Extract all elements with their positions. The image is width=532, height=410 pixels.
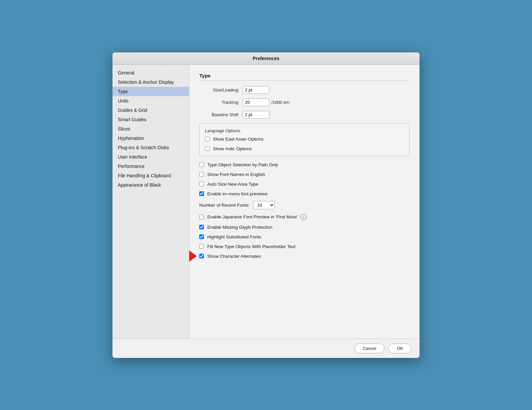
sidebar-item-plugins-scratch[interactable]: Plug-ins & Scratch Disks [112,143,189,152]
ok-button[interactable]: OK [388,344,412,353]
highlight-substituted-row: Highlight Substituted Fonts [199,234,410,239]
missing-glyph-row: Enable Missing Glyph Protection [199,225,410,230]
dialog-title: Preferences [253,56,279,61]
auto-size-checkbox[interactable] [199,182,204,186]
sidebar-item-smart-guides[interactable]: Smart Guides [112,115,189,124]
sidebar-item-hyphenation[interactable]: Hyphenation [112,134,189,143]
sidebar: General Selection & Anchor Display Type … [112,65,189,339]
tracking-row: Tracking: /1000 em [199,98,410,106]
show-char-alternates-label[interactable]: Show Character Alternates [207,254,261,259]
enable-font-previews-checkbox[interactable] [199,191,204,196]
auto-size-row: Auto Size New Area Type [199,182,410,187]
sidebar-item-guides-grid[interactable]: Guides & Grid [112,106,189,115]
language-options-box: Language Options Show East Asian Options… [199,123,410,156]
sidebar-item-user-interface[interactable]: User Interface [112,152,189,162]
missing-glyph-checkbox[interactable] [199,225,204,229]
sidebar-item-type[interactable]: Type [112,87,189,96]
size-leading-row: Size/Leading: [199,86,410,94]
show-char-alternates-row: Show Character Alternates [199,254,261,259]
language-options-title: Language Options [205,128,404,133]
fill-placeholder-label[interactable]: Fill New Type Objects With Placeholder T… [207,244,295,249]
recent-fonts-select[interactable]: 5 10 15 20 [253,201,275,209]
show-char-alternates-checkbox[interactable] [199,254,204,258]
show-east-asian-label[interactable]: Show East Asian Options [213,137,264,142]
show-indic-checkbox[interactable] [205,146,210,151]
type-object-selection-row: Type Object Selection by Path Only [199,162,410,167]
dialog-footer: Cancel OK [112,339,420,358]
dialog-title-bar: Preferences [112,52,420,65]
section-title: Type [199,73,410,81]
dialog-body: General Selection & Anchor Display Type … [112,65,420,339]
baseline-shift-row: Baseline Shift: [199,111,410,119]
highlight-substituted-label[interactable]: Highlight Substituted Fonts [207,234,261,239]
enable-japanese-preview-checkbox[interactable] [199,215,204,219]
baseline-shift-label: Baseline Shift: [199,112,239,117]
recent-fonts-label: Number of Recent Fonts: [199,203,250,208]
show-font-names-label[interactable]: Show Font Names in English [207,172,265,177]
tracking-label: Tracking: [199,100,239,105]
enable-japanese-preview-row: Enable Japanese Font Preview in 'Find Mo… [199,214,410,220]
show-font-names-checkbox[interactable] [199,172,204,177]
sidebar-item-file-handling[interactable]: File Handling & Clipboard [112,171,189,180]
recent-fonts-row: Number of Recent Fonts: 5 10 15 20 [199,201,410,209]
sidebar-item-units[interactable]: Units [112,96,189,106]
enable-font-previews-label[interactable]: Enable in–menu font previews [207,191,268,196]
tracking-suffix: /1000 em [271,100,289,105]
type-object-selection-label[interactable]: Type Object Selection by Path Only [207,162,278,167]
type-object-selection-checkbox[interactable] [199,162,204,167]
fill-placeholder-row: Fill New Type Objects With Placeholder T… [199,244,410,249]
show-indic-label[interactable]: Show Indic Options [213,146,252,151]
sidebar-item-general[interactable]: General [112,68,189,77]
show-indic-row: Show Indic Options [205,146,404,151]
red-arrow-indicator [189,249,197,263]
show-char-alternates-container: Show Character Alternates [199,254,410,259]
missing-glyph-label[interactable]: Enable Missing Glyph Protection [207,225,272,230]
show-font-names-row: Show Font Names in English [199,172,410,177]
arrow-head [189,249,197,263]
highlight-substituted-checkbox[interactable] [199,234,204,239]
content-area: Type Size/Leading: Tracking: /1000 em Ba… [189,65,420,339]
size-leading-label: Size/Leading: [199,87,239,92]
content-inner: Type Size/Leading: Tracking: /1000 em Ba… [199,73,410,259]
sidebar-item-performance[interactable]: Performance [112,162,189,171]
sidebar-item-slices[interactable]: Slices [112,124,189,134]
show-east-asian-row: Show East Asian Options [205,137,404,142]
baseline-shift-input[interactable] [243,111,269,119]
fill-placeholder-checkbox[interactable] [199,244,204,249]
info-icon: i [300,214,306,220]
preferences-dialog: Preferences General Selection & Anchor D… [112,52,420,358]
sidebar-item-selection-anchor[interactable]: Selection & Anchor Display [112,77,189,87]
sidebar-item-appearance-black[interactable]: Appearance of Black [112,180,189,190]
auto-size-label[interactable]: Auto Size New Area Type [207,182,258,187]
cancel-button[interactable]: Cancel [354,344,384,353]
tracking-input[interactable] [243,98,269,106]
enable-japanese-preview-label[interactable]: Enable Japanese Font Preview in 'Find Mo… [207,214,298,219]
show-east-asian-checkbox[interactable] [205,137,210,141]
size-leading-input[interactable] [243,86,269,94]
enable-font-previews-row: Enable in–menu font previews [199,191,410,196]
